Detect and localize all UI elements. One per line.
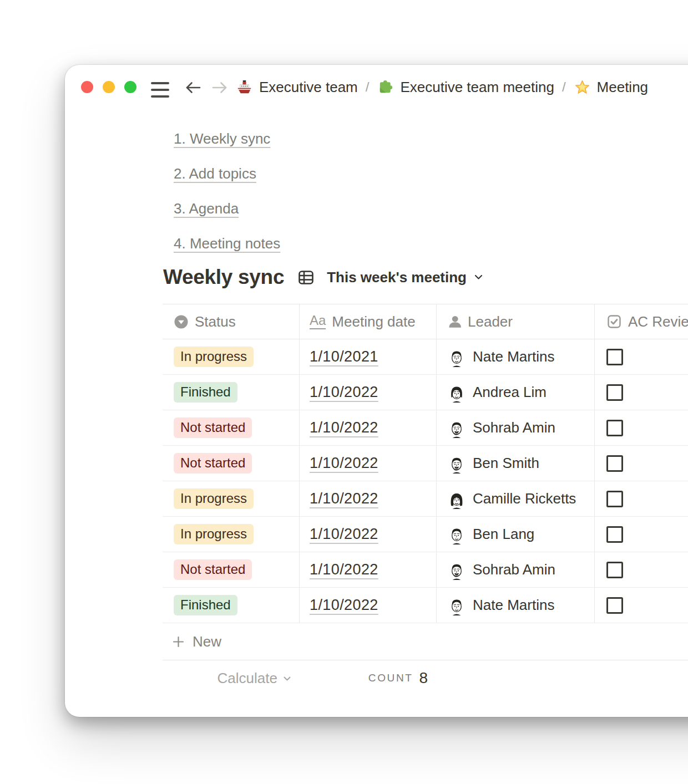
- meeting-date-link[interactable]: 1/10/2022: [310, 561, 378, 578]
- count-label: COUNT: [368, 672, 413, 684]
- back-arrow-icon[interactable]: [184, 78, 203, 97]
- column-header-leader[interactable]: Leader: [437, 304, 595, 339]
- ac-review-cell: [595, 517, 688, 552]
- status-badge: Not started: [174, 418, 252, 438]
- leader-cell[interactable]: Ben Smith: [437, 446, 595, 481]
- ac-review-checkbox[interactable]: [606, 562, 623, 578]
- breadcrumb-item[interactable]: Meeting: [574, 79, 649, 96]
- breadcrumb: Executive team/Executive team meeting/Me…: [236, 76, 688, 98]
- zoom-traffic-light-button[interactable]: [124, 81, 136, 93]
- status-cell[interactable]: In progress: [163, 517, 300, 552]
- leader-cell[interactable]: Camille Ricketts: [437, 481, 595, 516]
- breadcrumb-separator: /: [562, 79, 566, 95]
- status-badge: Not started: [174, 559, 252, 580]
- meeting-date-cell[interactable]: 1/10/2022: [300, 552, 437, 587]
- status-badge: Finished: [174, 382, 237, 403]
- ac-review-checkbox[interactable]: [606, 349, 623, 365]
- beard-avatar: [447, 560, 467, 580]
- leader-cell[interactable]: Nate Martins: [437, 588, 595, 623]
- table-row: In progress1/10/2021 Nate Martins: [163, 339, 688, 375]
- leader-cell[interactable]: Nate Martins: [437, 339, 595, 374]
- toc-link[interactable]: 2. Add topics: [174, 165, 256, 182]
- status-badge: Not started: [174, 453, 252, 474]
- leader-cell[interactable]: Sohrab Amin: [437, 552, 595, 587]
- status-cell[interactable]: Not started: [163, 410, 300, 445]
- ac-review-checkbox[interactable]: [606, 384, 623, 401]
- leader-name: Nate Martins: [473, 597, 554, 614]
- ac-review-checkbox[interactable]: [606, 420, 623, 436]
- status-cell[interactable]: Not started: [163, 446, 300, 481]
- ship-emoji: [236, 79, 253, 96]
- meeting-date-cell[interactable]: 1/10/2022: [300, 375, 437, 410]
- meeting-date-cell[interactable]: 1/10/2022: [300, 588, 437, 623]
- table-view-icon: [298, 269, 314, 286]
- table-row: Not started1/10/2022 Sohrab Amin: [163, 410, 688, 446]
- meeting-date-cell[interactable]: 1/10/2022: [300, 410, 437, 445]
- leader-name: Camille Ricketts: [473, 490, 576, 507]
- status-cell[interactable]: Not started: [163, 552, 300, 587]
- column-header-status[interactable]: Status: [163, 304, 300, 339]
- leader-cell[interactable]: Ben Lang: [437, 517, 595, 552]
- column-header-ac-review[interactable]: AC Review: [595, 304, 688, 339]
- status-cell[interactable]: In progress: [163, 339, 300, 374]
- ac-review-checkbox[interactable]: [606, 526, 623, 543]
- toc-link[interactable]: 1. Weekly sync: [174, 130, 270, 147]
- ac-review-checkbox[interactable]: [606, 597, 623, 614]
- beard-avatar: [447, 418, 467, 438]
- leader-name: Ben Smith: [473, 455, 539, 472]
- calculate-button[interactable]: Calculate: [163, 660, 300, 696]
- status-cell[interactable]: Finished: [163, 588, 300, 623]
- table-footer-row: CalculateCOUNT8: [163, 660, 688, 696]
- meeting-date-cell[interactable]: 1/10/2022: [300, 481, 437, 516]
- leader-name: Andrea Lim: [473, 384, 547, 401]
- count-aggregate[interactable]: COUNT8: [300, 660, 437, 696]
- new-row-label: New: [193, 633, 221, 650]
- table-row: Not started1/10/2022 Sohrab Amin: [163, 552, 688, 588]
- ac-review-cell: [595, 588, 688, 623]
- chevron-down-icon: [473, 269, 484, 286]
- meeting-date-link[interactable]: 1/10/2022: [310, 490, 378, 507]
- meeting-date-cell[interactable]: 1/10/2022: [300, 446, 437, 481]
- breadcrumb-item[interactable]: Executive team meeting: [377, 79, 554, 96]
- database-title: Weekly sync: [163, 266, 284, 289]
- ac-review-checkbox[interactable]: [606, 491, 623, 507]
- meeting-date-link[interactable]: 1/10/2022: [310, 384, 378, 401]
- status-cell[interactable]: In progress: [163, 481, 300, 516]
- ac-review-cell: [595, 446, 688, 481]
- leader-name: Nate Martins: [473, 348, 554, 365]
- breadcrumb-item[interactable]: Executive team: [236, 79, 358, 96]
- count-value: 8: [419, 669, 428, 687]
- sidebar-menu-icon[interactable]: [151, 82, 169, 98]
- meeting-date-link[interactable]: 1/10/2022: [310, 597, 378, 614]
- minimize-traffic-light-button[interactable]: [103, 81, 115, 93]
- status-badge: In progress: [174, 488, 254, 509]
- ac-review-cell: [595, 552, 688, 587]
- close-traffic-light-button[interactable]: [81, 81, 93, 93]
- column-header-meeting-date[interactable]: AaMeeting date: [300, 304, 437, 339]
- star-emoji: [574, 79, 591, 96]
- ac-review-checkbox[interactable]: [606, 455, 623, 472]
- toc-link[interactable]: 3. Agenda: [174, 200, 239, 217]
- meeting-date-link[interactable]: 1/10/2022: [310, 526, 378, 543]
- calculate-label: Calculate: [217, 670, 277, 687]
- meeting-date-link[interactable]: 1/10/2022: [310, 455, 378, 472]
- leader-cell[interactable]: Andrea Lim: [437, 375, 595, 410]
- new-row-button[interactable]: New: [163, 623, 688, 660]
- leader-cell[interactable]: Sohrab Amin: [437, 410, 595, 445]
- app-window: Executive team/Executive team meeting/Me…: [65, 65, 688, 717]
- toc-link[interactable]: 4. Meeting notes: [174, 235, 280, 252]
- status-cell[interactable]: Finished: [163, 375, 300, 410]
- ac-review-cell: [595, 339, 688, 374]
- forward-arrow-icon[interactable]: [210, 78, 229, 97]
- man-avatar: [447, 347, 467, 367]
- meeting-date-cell[interactable]: 1/10/2022: [300, 517, 437, 552]
- ac-review-cell: [595, 481, 688, 516]
- meeting-date-link[interactable]: 1/10/2022: [310, 419, 378, 436]
- table-header-row: StatusAaMeeting dateLeaderAC Review: [163, 304, 688, 339]
- table-row: In progress1/10/2022 Camille Ricketts: [163, 481, 688, 517]
- breadcrumb-separator: /: [366, 79, 370, 95]
- meeting-date-link[interactable]: 1/10/2021: [310, 348, 378, 365]
- view-tab[interactable]: This week's meeting: [298, 269, 484, 286]
- breadcrumb-label: Meeting: [597, 79, 649, 96]
- meeting-date-cell[interactable]: 1/10/2021: [300, 339, 437, 374]
